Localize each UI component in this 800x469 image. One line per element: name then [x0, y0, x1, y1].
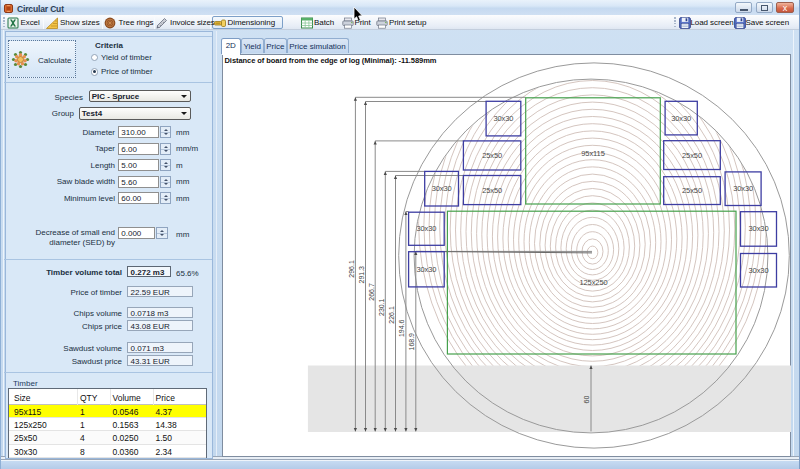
svg-text:226.1: 226.1 [388, 306, 395, 324]
svg-text:168.9: 168.9 [408, 332, 415, 350]
svg-text:30x30: 30x30 [493, 114, 513, 123]
svg-text:25x50: 25x50 [482, 185, 502, 194]
svg-text:30x30: 30x30 [416, 224, 436, 233]
svg-text:266.7: 266.7 [367, 283, 374, 301]
svg-text:230.1: 230.1 [377, 298, 384, 316]
svg-text:296.1: 296.1 [347, 260, 354, 278]
svg-text:25x50: 25x50 [682, 150, 702, 159]
svg-text:30x30: 30x30 [416, 264, 436, 273]
svg-text:25x50: 25x50 [682, 186, 702, 195]
svg-text:25x50: 25x50 [482, 150, 502, 159]
svg-text:95x115: 95x115 [581, 148, 604, 157]
svg-text:30x30: 30x30 [431, 184, 451, 193]
svg-text:291.3: 291.3 [358, 265, 365, 283]
svg-text:194.6: 194.6 [398, 319, 405, 337]
svg-text:30x30: 30x30 [733, 184, 753, 193]
svg-text:30x30: 30x30 [748, 224, 768, 233]
svg-text:30x30: 30x30 [748, 265, 768, 274]
svg-text:60: 60 [582, 395, 589, 403]
svg-text:30x30: 30x30 [671, 113, 691, 122]
svg-text:125x250: 125x250 [579, 277, 607, 286]
